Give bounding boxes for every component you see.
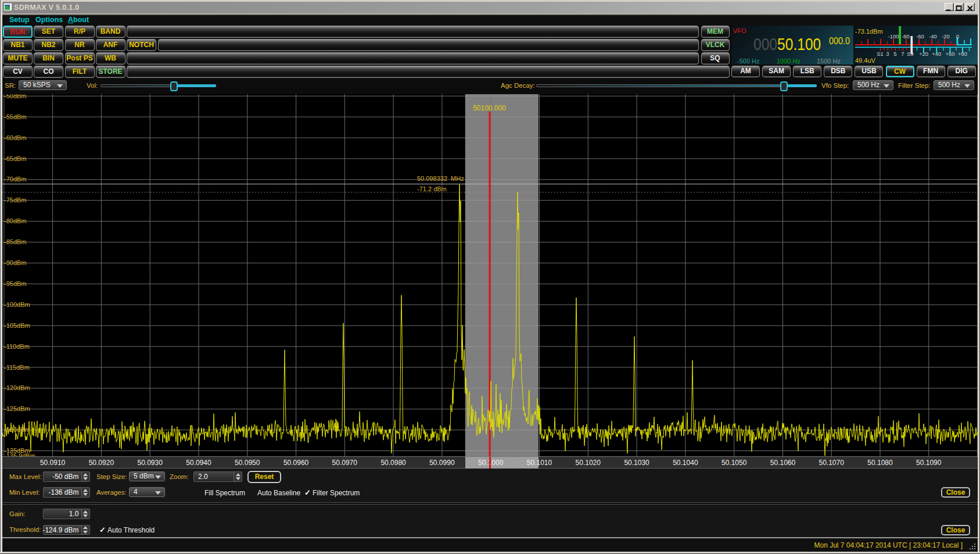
svg-text:+60: +60 — [945, 51, 954, 57]
svg-text:50100.000: 50100.000 — [473, 104, 506, 112]
svg-text:-85dBm: -85dBm — [4, 238, 27, 245]
svg-text:-110dBm: -110dBm — [4, 343, 30, 350]
svg-text:-105dBm: -105dBm — [4, 322, 30, 329]
svg-text:-40: -40 — [929, 33, 937, 40]
svg-text:-130dBm: -130dBm — [4, 426, 30, 433]
svg-text:S9: S9 — [907, 51, 914, 57]
svg-text:-71.2 dBm: -71.2 dBm — [417, 185, 447, 192]
svg-text:+40: +40 — [932, 51, 941, 57]
svg-text:-120dBm: -120dBm — [4, 384, 30, 391]
svg-text:5: 5 — [893, 51, 896, 57]
svg-text:+80: +80 — [958, 51, 967, 57]
svg-text:-100dBm: -100dBm — [4, 301, 30, 308]
svg-text:-80: -80 — [902, 33, 910, 40]
svg-text:50.098332 MHz: 50.098332 MHz — [417, 175, 464, 182]
svg-text:-60dBm: -60dBm — [4, 134, 27, 141]
svg-text:-80dBm: -80dBm — [4, 217, 27, 224]
svg-text:-100: -100 — [888, 33, 899, 40]
svg-text:+20: +20 — [919, 51, 928, 57]
svg-text:3: 3 — [886, 51, 889, 57]
svg-text:-20: -20 — [942, 33, 950, 40]
svg-text:-70dBm: -70dBm — [4, 176, 27, 183]
svg-text:-75dBm: -75dBm — [4, 196, 27, 203]
svg-text:-65dBm: -65dBm — [4, 155, 27, 162]
svg-text:-135.9dBm: -135.9dBm — [4, 452, 35, 457]
svg-text:-125dBm: -125dBm — [4, 405, 30, 412]
svg-text:-55dBm: -55dBm — [4, 113, 27, 120]
svg-text:0: 0 — [956, 33, 959, 40]
svg-text:-95dBm: -95dBm — [4, 280, 27, 287]
svg-text:-90dBm: -90dBm — [4, 259, 27, 266]
svg-text:S1: S1 — [877, 51, 884, 57]
svg-text:-60: -60 — [916, 33, 924, 40]
svg-text:-115dBm: -115dBm — [4, 364, 30, 371]
svg-text:-50dBm: -50dBm — [4, 94, 27, 99]
svg-text:7: 7 — [901, 51, 904, 57]
